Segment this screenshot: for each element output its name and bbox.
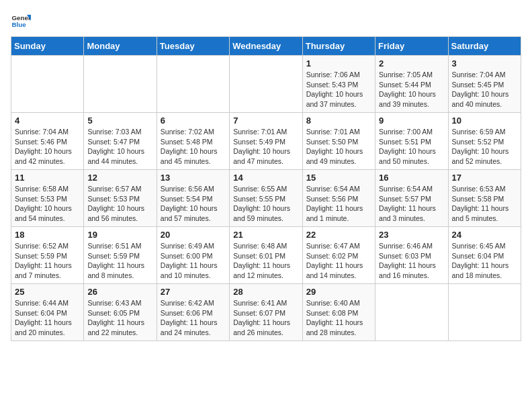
calendar-cell xyxy=(448,284,521,341)
calendar-cell: 12Sunrise: 6:57 AM Sunset: 5:53 PM Dayli… xyxy=(84,170,157,227)
day-number: 29 xyxy=(306,287,371,297)
day-number: 17 xyxy=(452,173,517,183)
calendar-cell: 20Sunrise: 6:49 AM Sunset: 6:00 PM Dayli… xyxy=(157,227,229,284)
day-number: 4 xyxy=(15,116,80,126)
day-number: 6 xyxy=(161,116,226,126)
day-info: Sunrise: 6:49 AM Sunset: 6:00 PM Dayligh… xyxy=(161,241,226,281)
day-number: 23 xyxy=(379,230,444,240)
day-number: 1 xyxy=(306,58,371,68)
day-number: 10 xyxy=(452,116,517,126)
day-info: Sunrise: 6:53 AM Sunset: 5:58 PM Dayligh… xyxy=(452,184,517,224)
day-info: Sunrise: 7:02 AM Sunset: 5:48 PM Dayligh… xyxy=(161,127,226,167)
day-header-sunday: Sunday xyxy=(11,37,84,56)
day-number: 22 xyxy=(306,230,371,240)
day-info: Sunrise: 7:05 AM Sunset: 5:44 PM Dayligh… xyxy=(379,70,444,109)
day-info: Sunrise: 7:04 AM Sunset: 5:45 PM Dayligh… xyxy=(452,70,517,109)
calendar-cell: 5Sunrise: 7:03 AM Sunset: 5:47 PM Daylig… xyxy=(84,113,157,170)
calendar-cell: 18Sunrise: 6:52 AM Sunset: 5:59 PM Dayli… xyxy=(11,227,84,284)
calendar-cell: 16Sunrise: 6:54 AM Sunset: 5:57 PM Dayli… xyxy=(375,170,448,227)
day-number: 12 xyxy=(87,173,152,183)
day-number: 15 xyxy=(306,173,371,183)
day-number: 28 xyxy=(233,287,298,297)
day-header-saturday: Saturday xyxy=(448,37,521,56)
day-info: Sunrise: 6:42 AM Sunset: 6:06 PM Dayligh… xyxy=(161,298,226,338)
calendar-cell: 11Sunrise: 6:58 AM Sunset: 5:53 PM Dayli… xyxy=(11,170,84,227)
calendar-cell: 17Sunrise: 6:53 AM Sunset: 5:58 PM Dayli… xyxy=(448,170,521,227)
day-number: 8 xyxy=(306,116,371,126)
calendar-cell: 6Sunrise: 7:02 AM Sunset: 5:48 PM Daylig… xyxy=(157,113,229,170)
day-info: Sunrise: 6:47 AM Sunset: 6:02 PM Dayligh… xyxy=(306,241,371,281)
calendar-cell: 4Sunrise: 7:04 AM Sunset: 5:46 PM Daylig… xyxy=(11,113,84,170)
day-number: 14 xyxy=(233,173,298,183)
calendar-cell xyxy=(11,56,84,113)
calendar-cell: 8Sunrise: 7:01 AM Sunset: 5:50 PM Daylig… xyxy=(302,113,375,170)
day-info: Sunrise: 6:57 AM Sunset: 5:53 PM Dayligh… xyxy=(87,184,152,224)
day-info: Sunrise: 6:43 AM Sunset: 6:05 PM Dayligh… xyxy=(87,298,152,338)
day-info: Sunrise: 6:44 AM Sunset: 6:04 PM Dayligh… xyxy=(15,298,80,338)
day-number: 11 xyxy=(15,173,80,183)
day-info: Sunrise: 6:51 AM Sunset: 5:59 PM Dayligh… xyxy=(87,241,152,281)
calendar-cell: 13Sunrise: 6:56 AM Sunset: 5:54 PM Dayli… xyxy=(157,170,229,227)
day-info: Sunrise: 7:01 AM Sunset: 5:50 PM Dayligh… xyxy=(306,127,371,167)
day-info: Sunrise: 6:55 AM Sunset: 5:55 PM Dayligh… xyxy=(233,184,298,224)
calendar-cell: 22Sunrise: 6:47 AM Sunset: 6:02 PM Dayli… xyxy=(302,227,375,284)
calendar-table: SundayMondayTuesdayWednesdayThursdayFrid… xyxy=(11,36,521,341)
day-info: Sunrise: 6:48 AM Sunset: 6:01 PM Dayligh… xyxy=(233,241,298,281)
day-header-wednesday: Wednesday xyxy=(230,37,302,56)
calendar-cell: 24Sunrise: 6:45 AM Sunset: 6:04 PM Dayli… xyxy=(448,227,521,284)
day-number: 3 xyxy=(452,58,517,68)
day-info: Sunrise: 7:04 AM Sunset: 5:46 PM Dayligh… xyxy=(15,127,80,167)
day-info: Sunrise: 6:52 AM Sunset: 5:59 PM Dayligh… xyxy=(15,241,80,281)
day-number: 2 xyxy=(379,58,444,68)
header: General Blue xyxy=(11,11,521,31)
calendar-cell: 14Sunrise: 6:55 AM Sunset: 5:55 PM Dayli… xyxy=(230,170,302,227)
day-number: 27 xyxy=(161,287,226,297)
calendar-cell xyxy=(230,56,302,113)
day-number: 18 xyxy=(15,230,80,240)
day-number: 5 xyxy=(87,116,152,126)
svg-text:Blue: Blue xyxy=(12,21,27,28)
day-number: 19 xyxy=(87,230,152,240)
calendar-cell: 28Sunrise: 6:41 AM Sunset: 6:07 PM Dayli… xyxy=(230,284,302,341)
calendar-cell xyxy=(157,56,229,113)
calendar-cell: 10Sunrise: 6:59 AM Sunset: 5:52 PM Dayli… xyxy=(448,113,521,170)
day-info: Sunrise: 6:56 AM Sunset: 5:54 PM Dayligh… xyxy=(161,184,226,224)
day-header-tuesday: Tuesday xyxy=(157,37,229,56)
calendar-cell: 26Sunrise: 6:43 AM Sunset: 6:05 PM Dayli… xyxy=(84,284,157,341)
calendar-cell: 15Sunrise: 6:54 AM Sunset: 5:56 PM Dayli… xyxy=(302,170,375,227)
day-info: Sunrise: 6:46 AM Sunset: 6:03 PM Dayligh… xyxy=(379,241,444,281)
calendar-cell xyxy=(375,284,448,341)
calendar-week-row: 25Sunrise: 6:44 AM Sunset: 6:04 PM Dayli… xyxy=(11,284,521,341)
day-header-monday: Monday xyxy=(84,37,157,56)
calendar-body: 1Sunrise: 7:06 AM Sunset: 5:43 PM Daylig… xyxy=(11,56,521,341)
day-number: 21 xyxy=(233,230,298,240)
day-info: Sunrise: 6:54 AM Sunset: 5:56 PM Dayligh… xyxy=(306,184,371,224)
calendar-cell: 19Sunrise: 6:51 AM Sunset: 5:59 PM Dayli… xyxy=(84,227,157,284)
day-info: Sunrise: 6:58 AM Sunset: 5:53 PM Dayligh… xyxy=(15,184,80,224)
calendar-cell: 3Sunrise: 7:04 AM Sunset: 5:45 PM Daylig… xyxy=(448,56,521,113)
calendar-cell xyxy=(84,56,157,113)
calendar-cell: 21Sunrise: 6:48 AM Sunset: 6:01 PM Dayli… xyxy=(230,227,302,284)
calendar-cell: 2Sunrise: 7:05 AM Sunset: 5:44 PM Daylig… xyxy=(375,56,448,113)
day-header-thursday: Thursday xyxy=(302,37,375,56)
day-info: Sunrise: 7:03 AM Sunset: 5:47 PM Dayligh… xyxy=(87,127,152,167)
calendar-week-row: 11Sunrise: 6:58 AM Sunset: 5:53 PM Dayli… xyxy=(11,170,521,227)
day-number: 7 xyxy=(233,116,298,126)
calendar-week-row: 18Sunrise: 6:52 AM Sunset: 5:59 PM Dayli… xyxy=(11,227,521,284)
day-number: 24 xyxy=(452,230,517,240)
calendar-cell: 7Sunrise: 7:01 AM Sunset: 5:49 PM Daylig… xyxy=(230,113,302,170)
day-info: Sunrise: 6:40 AM Sunset: 6:08 PM Dayligh… xyxy=(306,298,371,338)
day-number: 25 xyxy=(15,287,80,297)
day-info: Sunrise: 7:01 AM Sunset: 5:49 PM Dayligh… xyxy=(233,127,298,167)
calendar-week-row: 4Sunrise: 7:04 AM Sunset: 5:46 PM Daylig… xyxy=(11,113,521,170)
day-info: Sunrise: 6:45 AM Sunset: 6:04 PM Dayligh… xyxy=(452,241,517,281)
day-header-friday: Friday xyxy=(375,37,448,56)
day-number: 9 xyxy=(379,116,444,126)
day-info: Sunrise: 6:54 AM Sunset: 5:57 PM Dayligh… xyxy=(379,184,444,224)
day-number: 16 xyxy=(379,173,444,183)
calendar-cell: 25Sunrise: 6:44 AM Sunset: 6:04 PM Dayli… xyxy=(11,284,84,341)
day-info: Sunrise: 7:06 AM Sunset: 5:43 PM Dayligh… xyxy=(306,70,371,109)
day-info: Sunrise: 6:41 AM Sunset: 6:07 PM Dayligh… xyxy=(233,298,298,338)
calendar-header-row: SundayMondayTuesdayWednesdayThursdayFrid… xyxy=(11,37,521,56)
logo: General Blue xyxy=(11,11,31,31)
